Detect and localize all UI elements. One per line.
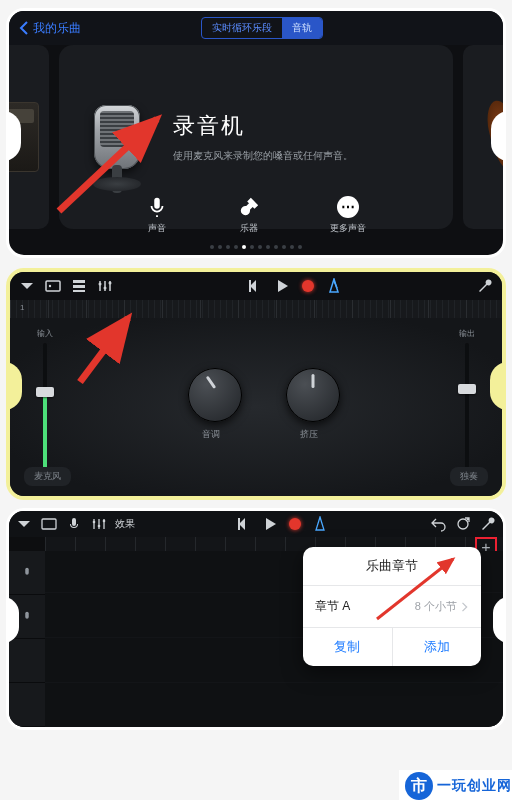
svg-point-14 bbox=[98, 525, 101, 528]
svg-rect-1 bbox=[46, 281, 60, 291]
guitar-icon bbox=[238, 196, 260, 218]
section-value: 8 个小节 bbox=[415, 599, 469, 614]
popover-actions: 复制 添加 bbox=[303, 628, 481, 666]
song-browser-screen: 我的乐曲 实时循环乐段 音轨 录音机 使用麦克风来录制您的嗓音或任何声音。 bbox=[6, 8, 506, 258]
monitor-toggle[interactable]: 麦克风 bbox=[24, 467, 71, 486]
recorder-body: 输入 输出 音调 挤压 麦克风 独奏 bbox=[10, 318, 502, 496]
track-settings-button[interactable] bbox=[90, 515, 108, 533]
track-header-3[interactable] bbox=[9, 639, 45, 683]
svg-rect-16 bbox=[238, 518, 240, 530]
metronome-button[interactable] bbox=[325, 277, 343, 295]
popover-title: 乐曲章节 bbox=[303, 547, 481, 586]
solo-toggle[interactable]: 独奏 bbox=[450, 467, 488, 486]
metronome-button[interactable] bbox=[311, 515, 329, 533]
pitch-knob-label: 音调 bbox=[202, 428, 220, 441]
view-menu-button[interactable] bbox=[15, 515, 33, 533]
watermark: 市 一玩创业网 bbox=[399, 770, 512, 800]
watermark-logo: 市 bbox=[405, 772, 433, 800]
mode-instrument-label: 乐器 bbox=[240, 222, 258, 235]
microphone-icon bbox=[77, 77, 157, 197]
chevron-right-icon bbox=[461, 602, 469, 612]
rewind-button[interactable] bbox=[236, 515, 254, 533]
page-indicator bbox=[9, 245, 503, 249]
card-title: 录音机 bbox=[173, 111, 435, 141]
ellipsis-icon: ⋯ bbox=[337, 196, 359, 218]
record-button[interactable] bbox=[299, 277, 317, 295]
mode-voice-label: 声音 bbox=[148, 222, 166, 235]
track-settings-button[interactable] bbox=[96, 277, 114, 295]
recorder-mode-row: 声音 乐器 ⋯ 更多声音 bbox=[9, 196, 503, 235]
timeline-ruler[interactable]: 1 bbox=[10, 300, 502, 318]
squeeze-knob[interactable] bbox=[286, 368, 340, 422]
svg-point-17 bbox=[458, 519, 468, 529]
settings-button[interactable] bbox=[476, 277, 494, 295]
play-button[interactable] bbox=[261, 515, 279, 533]
track-header-4[interactable] bbox=[9, 683, 45, 727]
browser-button[interactable] bbox=[40, 515, 58, 533]
loop-browser-button[interactable] bbox=[454, 515, 472, 533]
squeeze-knob-label: 挤压 bbox=[300, 428, 318, 441]
recorder-controls-screen: 1 输入 输出 音调 挤压 麦克风 独奏 bbox=[6, 268, 506, 500]
transport-bar: 效果 bbox=[9, 511, 503, 537]
segment-live-loops[interactable]: 实时循环乐段 bbox=[202, 18, 282, 38]
rewind-button[interactable] bbox=[247, 277, 265, 295]
mode-instrument[interactable]: 乐器 bbox=[238, 196, 260, 235]
record-button[interactable] bbox=[286, 515, 304, 533]
view-segmented-control[interactable]: 实时循环乐段 音轨 bbox=[201, 17, 323, 39]
svg-point-7 bbox=[104, 287, 107, 290]
card-subtitle: 使用麦克风来录制您的嗓音或任何声音。 bbox=[173, 149, 435, 163]
input-label: 输入 bbox=[32, 328, 58, 339]
svg-rect-4 bbox=[73, 285, 85, 288]
transport-bar bbox=[10, 272, 502, 300]
svg-rect-3 bbox=[73, 280, 85, 283]
output-level-slider[interactable]: 输出 bbox=[454, 328, 480, 456]
mic-icon bbox=[146, 196, 168, 218]
add-button[interactable]: 添加 bbox=[393, 628, 482, 666]
browser-button[interactable] bbox=[44, 277, 62, 295]
mic-icon bbox=[20, 610, 34, 624]
pitch-knob[interactable] bbox=[188, 368, 242, 422]
mode-more[interactable]: ⋯ 更多声音 bbox=[330, 196, 366, 235]
mic-indicator-icon[interactable] bbox=[65, 515, 83, 533]
mic-icon bbox=[20, 566, 34, 580]
output-label: 输出 bbox=[454, 328, 480, 339]
svg-point-6 bbox=[99, 283, 102, 286]
input-level-slider[interactable]: 输入 bbox=[32, 328, 58, 456]
track-headers bbox=[9, 551, 45, 727]
settings-button[interactable] bbox=[479, 515, 497, 533]
undo-button[interactable] bbox=[429, 515, 447, 533]
segment-tracks[interactable]: 音轨 bbox=[282, 18, 322, 38]
back-label: 我的乐曲 bbox=[33, 20, 81, 37]
svg-rect-5 bbox=[73, 290, 85, 292]
svg-point-15 bbox=[103, 520, 106, 523]
card-text: 录音机 使用麦克风来录制您的嗓音或任何声音。 bbox=[173, 111, 435, 163]
ruler-bar-1: 1 bbox=[20, 303, 24, 312]
song-sections-popover: 乐曲章节 章节 A 8 个小节 复制 添加 bbox=[303, 547, 481, 666]
svg-rect-12 bbox=[42, 519, 56, 529]
svg-point-2 bbox=[49, 285, 51, 287]
section-row[interactable]: 章节 A 8 个小节 bbox=[303, 586, 481, 628]
track-header-1[interactable] bbox=[9, 551, 45, 595]
tracks-screen: 效果 + 乐曲章节 章节 A 8 个小节 bbox=[6, 508, 506, 730]
back-button[interactable]: 我的乐曲 bbox=[19, 20, 81, 37]
duplicate-button[interactable]: 复制 bbox=[303, 628, 393, 666]
top-bar: 我的乐曲 实时循环乐段 音轨 bbox=[9, 11, 503, 45]
watermark-text: 一玩创业网 bbox=[437, 777, 512, 795]
view-menu-button[interactable] bbox=[18, 277, 36, 295]
fx-button[interactable]: 效果 bbox=[115, 517, 135, 531]
section-name: 章节 A bbox=[315, 598, 350, 615]
mode-voice[interactable]: 声音 bbox=[146, 196, 168, 235]
svg-rect-9 bbox=[249, 280, 251, 292]
track-controls-button[interactable] bbox=[70, 277, 88, 295]
svg-point-8 bbox=[109, 282, 112, 285]
play-button[interactable] bbox=[273, 277, 291, 295]
mode-more-label: 更多声音 bbox=[330, 222, 366, 235]
svg-point-13 bbox=[93, 521, 96, 524]
